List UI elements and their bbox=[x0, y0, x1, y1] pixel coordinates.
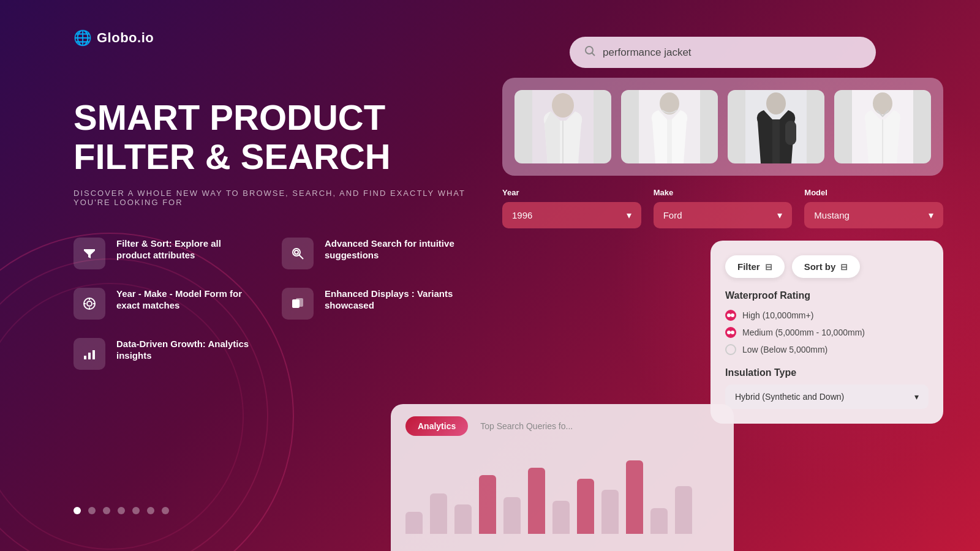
product-img-1[interactable] bbox=[514, 90, 611, 163]
sort-by-button[interactable]: Sort by ⊟ bbox=[792, 255, 861, 278]
ymm-model-value: Mustang bbox=[814, 210, 850, 220]
ymm-model-group: Model Mustang ▾ bbox=[804, 188, 943, 228]
feature-ymm: Year - Make - Model Form for exact match… bbox=[74, 288, 257, 320]
bar-5 bbox=[528, 468, 545, 534]
bar-2 bbox=[454, 504, 472, 534]
feature-variants-text: Enhanced Displays : Variants showcased bbox=[325, 288, 466, 314]
feature-analytics-text: Data-Driven Growth: Analytics insights bbox=[116, 338, 257, 364]
filter-panel: Filter ⊟ Sort by ⊟ Waterproof Rating Hig… bbox=[710, 241, 943, 424]
dots-indicator bbox=[74, 507, 169, 514]
feature-filter-sort: Filter & Sort: Explore all product attri… bbox=[74, 238, 257, 269]
variants-icon-box bbox=[282, 288, 314, 320]
ymm-model-chevron: ▾ bbox=[929, 209, 933, 221]
bar-4 bbox=[503, 497, 521, 534]
bar-8 bbox=[601, 490, 619, 534]
insulation-value: Hybrid (Synthetic and Down) bbox=[735, 392, 844, 402]
filter-header: Filter ⊟ Sort by ⊟ bbox=[725, 255, 929, 278]
feature-advanced-search-title: Advanced Search for intuitive suggestion… bbox=[325, 238, 466, 261]
svg-rect-11 bbox=[84, 356, 86, 359]
waterproof-label-low: Low (Below 5,000mm) bbox=[742, 345, 827, 354]
product-img-4[interactable] bbox=[834, 90, 931, 163]
ymm-year-select[interactable]: 1996 ▾ bbox=[502, 202, 641, 228]
logo-icon: 🌐 bbox=[74, 29, 92, 47]
insulation-title: Insulation Type bbox=[725, 367, 929, 378]
main-title: SMART PRODUCT FILTER & SEARCH bbox=[74, 98, 466, 176]
product-img-2[interactable] bbox=[621, 90, 718, 163]
ymm-row: Year 1996 ▾ Make Ford ▾ Model Mustang ▾ bbox=[502, 188, 943, 228]
bar-6 bbox=[552, 501, 570, 534]
svg-rect-13 bbox=[92, 350, 95, 359]
left-content: SMART PRODUCT FILTER & SEARCH DISCOVER A… bbox=[74, 98, 466, 370]
ymm-year-label: Year bbox=[502, 188, 641, 197]
dot-1[interactable] bbox=[74, 507, 81, 514]
ymm-model-label: Model bbox=[804, 188, 943, 197]
filter-icon-box bbox=[74, 238, 105, 269]
ymm-year-chevron: ▾ bbox=[627, 209, 631, 221]
svg-point-0 bbox=[293, 249, 300, 256]
ymm-make-select[interactable]: Ford ▾ bbox=[654, 202, 793, 228]
dot-2[interactable] bbox=[88, 507, 96, 514]
product-img-3[interactable] bbox=[728, 90, 824, 163]
right-panel: performance jacket bbox=[502, 37, 943, 424]
dot-7[interactable] bbox=[162, 507, 169, 514]
ymm-make-group: Make Ford ▾ bbox=[654, 188, 793, 228]
analytics-sub-label: Top Search Queries fo... bbox=[480, 421, 573, 431]
waterproof-option-medium[interactable]: Medium (5,000mm - 10,000mm) bbox=[725, 327, 929, 338]
waterproof-option-low[interactable]: Low (Below 5,000mm) bbox=[725, 344, 929, 355]
dot-5[interactable] bbox=[132, 507, 140, 514]
feature-ymm-text: Year - Make - Model Form for exact match… bbox=[116, 288, 257, 314]
ymm-make-label: Make bbox=[654, 188, 793, 197]
images-panel bbox=[502, 78, 943, 176]
feature-ymm-title: Year - Make - Model Form for exact match… bbox=[116, 288, 257, 312]
feature-advanced-search-text: Advanced Search for intuitive suggestion… bbox=[325, 238, 466, 264]
feature-analytics: Data-Driven Growth: Analytics insights bbox=[74, 338, 257, 370]
subtitle: DISCOVER A WHOLE NEW WAY TO BROWSE, SEAR… bbox=[74, 189, 466, 207]
variants-icon bbox=[291, 297, 304, 310]
waterproof-option-high[interactable]: High (10,000mm+) bbox=[725, 310, 929, 321]
radio-low bbox=[725, 344, 736, 355]
svg-line-1 bbox=[300, 255, 304, 259]
analytics-icon bbox=[83, 347, 96, 361]
search-bar[interactable]: performance jacket bbox=[570, 37, 876, 68]
insulation-section: Insulation Type Hybrid (Synthetic and Do… bbox=[725, 367, 929, 409]
ymm-year-group: Year 1996 ▾ bbox=[502, 188, 641, 228]
sort-sliders-icon: ⊟ bbox=[840, 262, 848, 272]
ymm-icon-box bbox=[74, 288, 105, 320]
ymm-model-select[interactable]: Mustang ▾ bbox=[804, 202, 943, 228]
waterproof-section: Waterproof Rating High (10,000mm+) Mediu… bbox=[725, 290, 929, 355]
advanced-search-icon bbox=[291, 247, 304, 260]
filter-sliders-icon: ⊟ bbox=[765, 262, 772, 272]
svg-point-25 bbox=[873, 92, 892, 114]
insulation-dropdown[interactable]: Hybrid (Synthetic and Down) ▾ bbox=[725, 384, 929, 409]
dot-3[interactable] bbox=[103, 507, 110, 514]
filter-icon bbox=[83, 247, 96, 260]
svg-rect-12 bbox=[88, 353, 91, 359]
radio-high bbox=[725, 310, 736, 321]
svg-point-17 bbox=[552, 93, 574, 118]
waterproof-label-medium: Medium (5,000mm - 10,000mm) bbox=[742, 328, 865, 337]
feature-analytics-title: Data-Driven Growth: Analytics insights bbox=[116, 338, 257, 362]
bar-1 bbox=[430, 493, 447, 534]
waterproof-title: Waterproof Rating bbox=[725, 290, 929, 301]
bar-3 bbox=[479, 475, 496, 534]
search-icon bbox=[584, 45, 595, 59]
svg-point-2 bbox=[295, 250, 298, 254]
feature-filter-sort-title: Filter & Sort: Explore all product attri… bbox=[116, 238, 257, 261]
filter-button[interactable]: Filter ⊟ bbox=[725, 255, 785, 278]
svg-point-4 bbox=[87, 301, 92, 306]
analytics-header: Analytics Top Search Queries fo... bbox=[405, 416, 719, 436]
analytics-icon-box bbox=[74, 338, 105, 370]
dot-4[interactable] bbox=[118, 507, 125, 514]
feature-variants: Enhanced Displays : Variants showcased bbox=[282, 288, 466, 320]
radio-medium bbox=[725, 327, 736, 338]
feature-variants-title: Enhanced Displays : Variants showcased bbox=[325, 288, 466, 312]
ymm-make-chevron: ▾ bbox=[777, 209, 782, 221]
feature-filter-sort-text: Filter & Sort: Explore all product attri… bbox=[116, 238, 257, 264]
analytics-tab-button[interactable]: Analytics bbox=[405, 416, 468, 436]
waterproof-label-high: High (10,000mm+) bbox=[742, 310, 813, 320]
svg-line-15 bbox=[592, 53, 595, 56]
dot-6[interactable] bbox=[147, 507, 154, 514]
logo-text: Globo.io bbox=[97, 30, 154, 46]
bar-chart bbox=[405, 448, 719, 534]
feature-advanced-search: Advanced Search for intuitive suggestion… bbox=[282, 238, 466, 269]
